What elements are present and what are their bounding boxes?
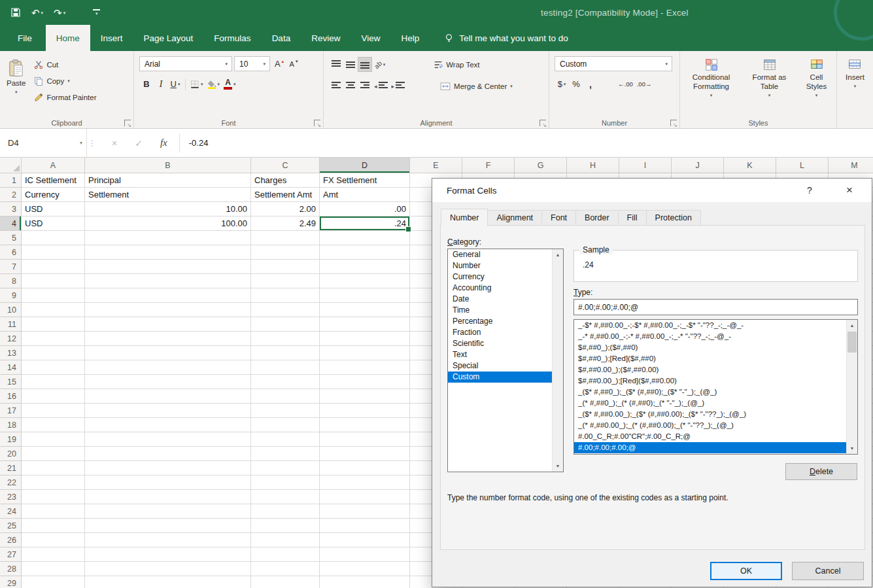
category-fraction[interactable]: Fraction: [448, 327, 552, 338]
cell-B5[interactable]: [85, 231, 251, 245]
format-type-input[interactable]: [573, 299, 858, 315]
category-custom[interactable]: Custom: [448, 372, 552, 383]
scroll-up-icon[interactable]: ▲: [847, 320, 857, 331]
row-header-20[interactable]: 20: [0, 447, 22, 461]
row-header-26[interactable]: 26: [0, 533, 22, 547]
customize-quick-access-button[interactable]: ▾: [93, 9, 100, 16]
cell-C7[interactable]: [251, 260, 320, 274]
cell-A20[interactable]: [22, 447, 85, 461]
ribbon-tab-file[interactable]: File: [4, 25, 46, 51]
cell-D12[interactable]: [320, 332, 410, 346]
cell-D2[interactable]: Amt: [320, 188, 410, 202]
row-header-29[interactable]: 29: [0, 576, 22, 588]
format-code-8[interactable]: _($* #,##0.00_);_($* (#,##0.00);_($* "-"…: [574, 409, 846, 420]
cell-D25[interactable]: [320, 519, 410, 533]
format-code-4[interactable]: $#,##0.00_);($#,##0.00): [574, 364, 846, 375]
dialog-tab-alignment[interactable]: Alignment: [487, 210, 542, 226]
cell-A10[interactable]: [22, 303, 85, 317]
cell-D20[interactable]: [320, 447, 410, 461]
format-as-table-button[interactable]: Format as Table ▾: [744, 54, 796, 99]
column-header-J[interactable]: J: [672, 158, 724, 173]
cell-C27[interactable]: [251, 547, 320, 562]
cut-button[interactable]: Cut: [31, 56, 99, 73]
cell-C21[interactable]: [251, 461, 320, 476]
cell-A8[interactable]: [22, 274, 85, 288]
cell-A13[interactable]: [22, 346, 85, 360]
cell-A19[interactable]: [22, 432, 85, 447]
row-header-7[interactable]: 7: [0, 260, 22, 274]
alignment-dialog-launcher[interactable]: [539, 120, 546, 126]
cell-D21[interactable]: [320, 461, 410, 476]
ribbon-tab-data[interactable]: Data: [262, 25, 301, 51]
row-header-6[interactable]: 6: [0, 245, 22, 260]
cell-D5[interactable]: [320, 231, 410, 245]
cell-A22[interactable]: [22, 476, 85, 490]
format-code-10[interactable]: #.00_C_R;#.00"CR";#.00_C_R;@: [574, 431, 846, 442]
delete-button[interactable]: Delete: [785, 463, 857, 480]
cell-C24[interactable]: [251, 504, 320, 519]
category-special[interactable]: Special: [448, 360, 552, 372]
cell-C20[interactable]: [251, 447, 320, 461]
ribbon-tab-formulas[interactable]: Formulas: [203, 25, 261, 51]
cell-D17[interactable]: [320, 404, 410, 418]
cell-D28[interactable]: [320, 562, 410, 576]
format-code-9[interactable]: _(* #,##0.00_);_(* (#,##0.00);_(* "-"??_…: [574, 420, 846, 431]
column-header-K[interactable]: K: [724, 158, 776, 173]
cell-C29[interactable]: [251, 576, 320, 588]
row-header-24[interactable]: 24: [0, 504, 22, 519]
ribbon-tab-review[interactable]: Review: [301, 25, 351, 51]
cell-D11[interactable]: [320, 317, 410, 332]
cell-A5[interactable]: [22, 231, 85, 245]
column-header-E[interactable]: E: [410, 158, 462, 173]
align-right-button[interactable]: [358, 78, 372, 94]
column-header-H[interactable]: H: [567, 158, 619, 173]
row-header-4[interactable]: 4: [0, 216, 22, 231]
decrease-indent-button[interactable]: ◂: [372, 78, 390, 94]
cell-D26[interactable]: [320, 533, 410, 547]
cell-C1[interactable]: Charges: [251, 173, 320, 188]
cell-C12[interactable]: [251, 332, 320, 346]
cell-B3[interactable]: 10.00: [85, 202, 251, 216]
cell-C23[interactable]: [251, 490, 320, 504]
cell-D23[interactable]: [320, 490, 410, 504]
column-header-F[interactable]: F: [462, 158, 515, 173]
paste-button[interactable]: Paste ▾: [1, 55, 31, 95]
cell-C19[interactable]: [251, 432, 320, 447]
tell-me-box[interactable]: Tell me what you want to do: [435, 25, 577, 51]
cell-B4[interactable]: 100.00: [85, 216, 251, 231]
category-number[interactable]: Number: [448, 260, 552, 271]
cell-D6[interactable]: [320, 245, 410, 260]
cell-B19[interactable]: [85, 432, 251, 447]
font-color-button[interactable]: A ▾: [222, 77, 238, 92]
cell-A21[interactable]: [22, 461, 85, 476]
cell-D8[interactable]: [320, 274, 410, 288]
formula-input[interactable]: -0.24: [180, 129, 873, 157]
cell-D19[interactable]: [320, 432, 410, 447]
category-general[interactable]: General: [448, 249, 552, 260]
scroll-down-icon[interactable]: ▼: [553, 460, 563, 472]
format-code-7[interactable]: _(* #,##0_);_(* (#,##0);_(* "-"_);_(@_): [574, 398, 846, 409]
cell-B18[interactable]: [85, 418, 251, 432]
category-text[interactable]: Text: [448, 349, 552, 360]
cell-A23[interactable]: [22, 490, 85, 504]
ribbon-tab-help[interactable]: Help: [390, 25, 430, 51]
cell-A14[interactable]: [22, 360, 85, 375]
save-button[interactable]: [10, 7, 21, 18]
row-header-17[interactable]: 17: [0, 404, 22, 418]
scroll-up-icon[interactable]: ▲: [553, 249, 563, 260]
row-header-21[interactable]: 21: [0, 461, 22, 476]
cell-styles-button[interactable]: Cell Styles ▾: [797, 54, 836, 99]
cell-C15[interactable]: [251, 375, 320, 389]
dialog-tab-number[interactable]: Number: [441, 209, 488, 226]
cell-B27[interactable]: [85, 547, 251, 562]
ribbon-tab-page-layout[interactable]: Page Layout: [133, 25, 204, 51]
conditional-formatting-button[interactable]: Conditional Formatting ▾: [681, 54, 742, 99]
middle-align-button[interactable]: [343, 57, 358, 72]
format-code-0[interactable]: _-$* #,##0.00_-;-$* #,##0.00_-;_-$* "-"?…: [574, 320, 846, 331]
cell-B26[interactable]: [85, 533, 251, 547]
dialog-help-button[interactable]: ?: [798, 179, 821, 202]
cell-A17[interactable]: [22, 404, 85, 418]
cell-D1[interactable]: FX Settlement: [320, 173, 410, 188]
bottom-align-button[interactable]: [358, 57, 372, 72]
increase-indent-button[interactable]: ▸: [390, 78, 407, 94]
